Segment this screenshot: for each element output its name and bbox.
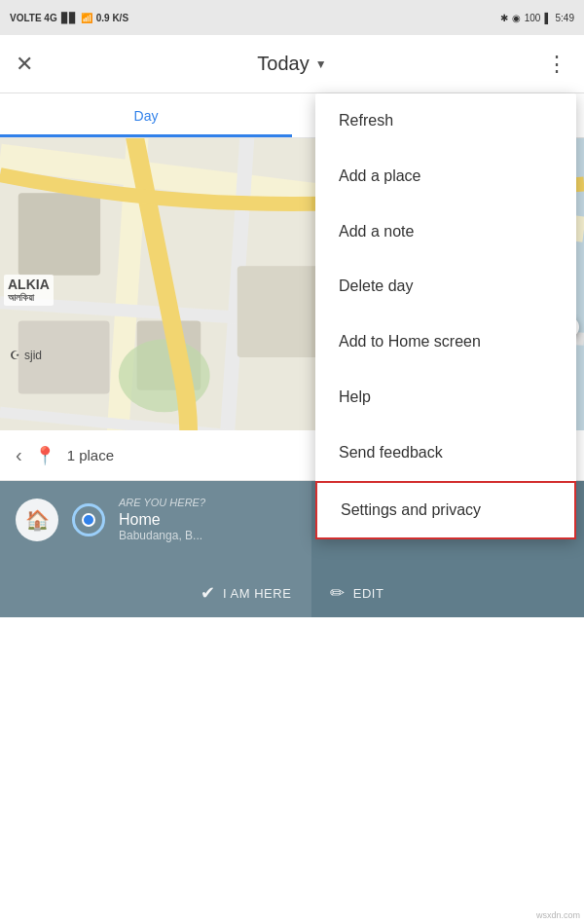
status-left: VOLTE 4G ▊▊ 📶 0.9 K/S <box>10 13 128 23</box>
carrier-label: VOLTE 4G <box>10 13 57 23</box>
menu-refresh-label: Refresh <box>339 112 393 129</box>
menu-item-delete-day[interactable]: Delete day <box>315 259 576 314</box>
menu-item-help[interactable]: Help <box>315 370 576 425</box>
clock-label: 5:49 <box>556 13 574 23</box>
menu-help-label: Help <box>339 388 371 405</box>
battery-icon: ▌ <box>544 13 551 23</box>
signal-icon: ▊▊ <box>61 13 77 23</box>
menu-add-note-label: Add a note <box>339 223 414 240</box>
location-icon: ◉ <box>512 13 521 23</box>
menu-overlay <box>0 93 311 924</box>
battery-label: 100 <box>525 13 541 23</box>
menu-add-place-label: Add a place <box>339 167 421 184</box>
menu-item-refresh[interactable]: Refresh <box>315 93 576 149</box>
menu-settings-label: Settings and privacy <box>341 501 481 518</box>
edit-icon: ✏ <box>330 582 346 604</box>
edit-button[interactable]: ✏ EDIT <box>330 582 383 604</box>
bluetooth-icon: ✱ <box>500 13 508 23</box>
menu-item-add-note[interactable]: Add a note <box>315 204 576 260</box>
watermark: wsxdn.com <box>536 910 580 920</box>
edit-label: EDIT <box>353 586 384 601</box>
status-bar: VOLTE 4G ▊▊ 📶 0.9 K/S ✱ ◉ 100 ▌ 5:49 <box>0 0 584 35</box>
app-header: ✕ Today ▼ ⋮ <box>0 35 584 93</box>
close-button[interactable]: ✕ <box>16 52 51 77</box>
menu-item-add-home-screen[interactable]: Add to Home screen <box>315 314 576 370</box>
menu-delete-day-label: Delete day <box>339 277 414 294</box>
menu-item-settings-privacy[interactable]: Settings and privacy <box>315 481 576 540</box>
dropdown-menu: Refresh Add a place Add a note Delete da… <box>315 93 576 539</box>
menu-item-send-feedback[interactable]: Send feedback <box>315 425 576 481</box>
menu-add-home-label: Add to Home screen <box>339 333 481 350</box>
wifi-icon: 📶 <box>81 13 92 23</box>
header-title: Today ▼ <box>51 53 533 75</box>
more-options-button[interactable]: ⋮ <box>533 52 568 77</box>
status-right: ✱ ◉ 100 ▌ 5:49 <box>500 13 574 23</box>
dropdown-arrow-icon[interactable]: ▼ <box>315 57 327 71</box>
data-speed: 0.9 K/S <box>96 13 128 23</box>
title-text: Today <box>257 53 309 75</box>
menu-send-feedback-label: Send feedback <box>339 444 443 461</box>
menu-item-add-place[interactable]: Add a place <box>315 149 576 204</box>
